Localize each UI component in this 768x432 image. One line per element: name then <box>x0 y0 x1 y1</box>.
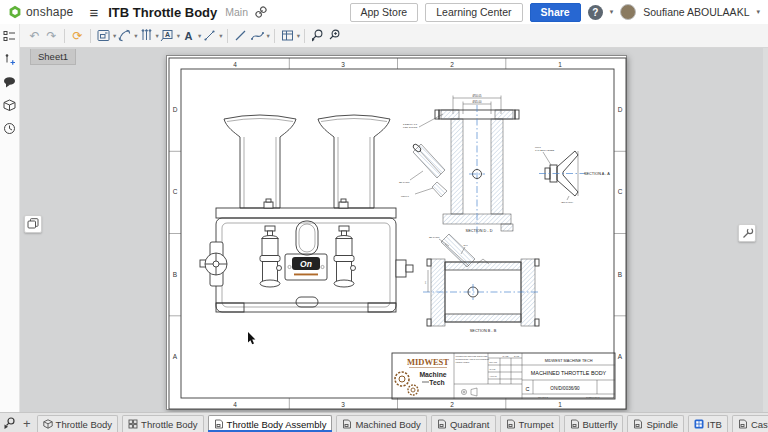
front-view[interactable]: On <box>200 115 413 312</box>
company-name: MIDWEST MACHINE TECH <box>545 359 593 363</box>
insert-view-icon <box>96 28 111 43</box>
tab-throttle-body-partstudio[interactable]: Throttle Body <box>37 415 119 432</box>
zone-row: C <box>173 188 178 195</box>
zone-col: 3 <box>341 61 345 68</box>
table-button[interactable] <box>279 27 296 45</box>
share-link-icon[interactable] <box>254 5 268 19</box>
tab-machined-body[interactable]: Machined Body <box>336 415 426 432</box>
zone-col: 1 <box>558 401 562 408</box>
tab-throttle-body-assembly-drawing[interactable]: Throttle Body Assembly <box>208 415 333 432</box>
zone-row: B <box>618 271 622 278</box>
workspace-name[interactable]: Main <box>225 6 248 18</box>
zoom-search-button[interactable] <box>326 27 343 45</box>
search-tabs-icon <box>3 416 17 430</box>
add-tab-button[interactable]: + <box>23 416 31 431</box>
assembly-tab-icon <box>128 419 138 429</box>
redo-icon: ↷ <box>46 30 56 42</box>
spline-icon <box>250 28 265 43</box>
callout-icon: A <box>160 28 175 43</box>
tab-trumpet[interactable]: Trumpet <box>500 415 560 432</box>
help-icon[interactable]: ? <box>588 5 603 20</box>
main-menu-icon[interactable]: ≡ <box>89 5 98 20</box>
zoom-magnifier-icon <box>327 28 342 43</box>
section-bb-view[interactable]: 34 Ø8 THRU 45.0° SECTION B - B <box>423 234 539 333</box>
share-button[interactable]: Share <box>530 3 581 22</box>
sheet-properties-toggle[interactable] <box>738 224 756 242</box>
badge-text: On <box>300 259 312 269</box>
zone-col: 4 <box>233 401 237 408</box>
tab-quadrant[interactable]: Quadrant <box>431 415 496 432</box>
tb-row: APPV'D <box>490 375 498 377</box>
drawing-tab-icon <box>342 419 352 429</box>
drawing-sheet-svg[interactable]: 4 3 2 1 4 3 2 1 D C B A D C B A <box>167 56 628 411</box>
section-aa-view[interactable]: M6x1 TYP BOTH ENDS (Ø8 THRU) SECTION A -… <box>535 146 610 204</box>
redo-button[interactable]: ↷ <box>43 27 60 45</box>
help-caret-icon[interactable]: ▾ <box>610 8 614 16</box>
update-button[interactable]: ⟳ <box>69 27 86 45</box>
header-actions: App Store Learning Center Share ? ▾ Souf… <box>350 3 760 22</box>
line-button[interactable] <box>232 27 249 45</box>
onshape-logo[interactable]: onshape <box>8 5 73 19</box>
user-name[interactable]: Soufiane ABOULAAKL <box>643 6 749 18</box>
sheets-icon <box>27 218 39 230</box>
app-store-button[interactable]: App Store <box>350 3 419 22</box>
tab-spindle[interactable]: Spindle <box>627 415 684 432</box>
tb-notes: DIMENSIONS ARE IN MILLIMETERS <box>456 358 490 360</box>
sheet-list-icon[interactable] <box>1 28 18 45</box>
centerline-caret-icon[interactable]: ▾ <box>219 32 222 40</box>
insert-view-button[interactable] <box>95 27 112 45</box>
drawing-tab-icon <box>437 419 447 429</box>
ordinate-dimension-button[interactable] <box>138 27 155 45</box>
logo-sub2: Tech <box>429 379 444 386</box>
search-tabs-button[interactable] <box>3 415 17 431</box>
drawing-canvas[interactable]: Sheet1 <box>20 48 768 412</box>
sheet-tab[interactable]: Sheet1 <box>30 49 76 65</box>
text-button[interactable]: A <box>180 27 197 45</box>
zone-row: D <box>173 106 178 113</box>
spline-caret-icon[interactable]: ▾ <box>267 32 270 40</box>
tab-throttle-body-assembly-doc[interactable]: Throttle Body <box>122 415 204 432</box>
midwest-logo: MIDWEST Machine Tech <box>395 357 449 395</box>
centerline-icon <box>202 28 217 43</box>
zone-col: 2 <box>450 61 454 68</box>
callout-button[interactable]: A <box>159 27 176 45</box>
table-caret-icon[interactable]: ▾ <box>297 32 300 40</box>
title-block[interactable]: MIDWEST Machine Tech UNLESS OTHERWISE SP… <box>392 353 615 399</box>
assembly-active-tab-icon <box>694 419 704 429</box>
right-stub <box>396 260 413 277</box>
canvas-scrollbar[interactable] <box>763 48 768 412</box>
tab-itb[interactable]: ITB <box>688 415 728 432</box>
learning-center-button[interactable]: Learning Center <box>425 3 522 22</box>
section-label: SECTION A - A <box>584 172 610 176</box>
tab-butterfly[interactable]: Butterfly <box>564 415 624 432</box>
dim-inner: Ø45.00 <box>473 100 482 104</box>
user-avatar[interactable] <box>620 4 636 20</box>
zone-row: A <box>618 353 623 360</box>
dimension-pin-icon[interactable] <box>1 51 18 68</box>
document-title: ITB Throttle Body <box>108 5 217 20</box>
centerline-button[interactable] <box>201 27 218 45</box>
onshape-app: onshape ≡ ITB Throttle Body Main App Sto… <box>0 0 768 432</box>
drawing-sheet[interactable]: 4 3 2 1 4 3 2 1 D C B A D C B A <box>166 55 627 410</box>
size-letter: C <box>526 386 530 392</box>
dimension-button[interactable] <box>116 27 133 45</box>
comment-icon[interactable] <box>1 74 18 91</box>
tab-cast-body[interactable]: Cast Body <box>732 415 768 432</box>
undo-button[interactable]: ↶ <box>26 27 43 45</box>
sheets-panel-toggle[interactable] <box>24 215 42 233</box>
note: Ø8 THRU <box>429 236 440 239</box>
measure-button[interactable] <box>309 27 326 45</box>
cube-3d-icon[interactable] <box>1 97 18 114</box>
zone-row: B <box>173 271 177 278</box>
spline-button[interactable] <box>249 27 266 45</box>
section-dd-view[interactable]: Ø50.05 Ø45.00 <box>399 94 519 235</box>
logo-word: MIDWEST <box>407 357 449 367</box>
svg-text:A: A <box>165 31 170 38</box>
note: M5x0.8 <box>401 195 410 198</box>
toolbar-separator <box>227 29 228 43</box>
zone-col: 4 <box>233 61 237 68</box>
toolbar-separator <box>64 29 65 43</box>
user-menu-caret-icon[interactable]: ▾ <box>756 8 760 16</box>
onshape-logo-icon <box>8 5 22 19</box>
history-icon[interactable] <box>1 120 18 137</box>
